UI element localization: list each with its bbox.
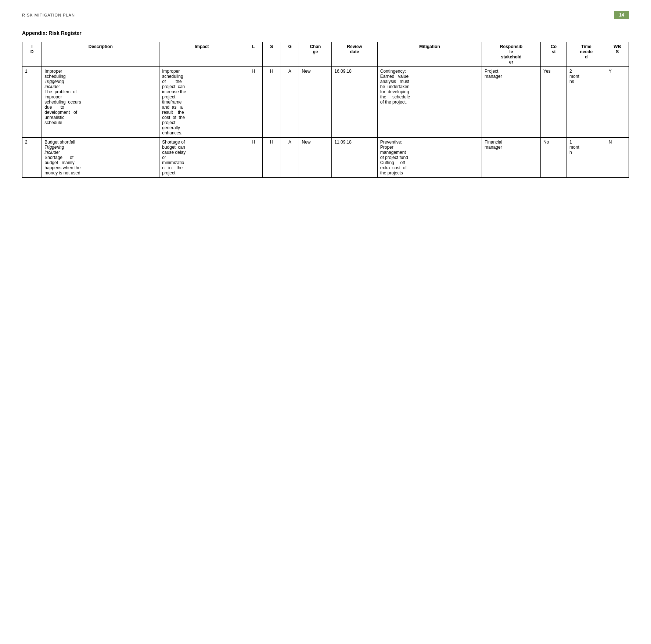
col-header-wb: WB S bbox=[606, 42, 629, 67]
col-id-line1: I bbox=[25, 44, 39, 49]
cell-id-2: 2 bbox=[22, 138, 42, 178]
col-header-chan: Chan ge bbox=[299, 42, 332, 67]
cell-wb-1: Y bbox=[606, 67, 629, 138]
cell-co-1: Yes bbox=[541, 67, 567, 138]
cell-s-1: H bbox=[262, 67, 281, 138]
cell-g-1: A bbox=[281, 67, 299, 138]
col-header-review: Review date bbox=[332, 42, 377, 67]
cell-wb-2: N bbox=[606, 138, 629, 178]
cell-review-2: 11.09.18 bbox=[332, 138, 377, 178]
page-number: 14 bbox=[614, 11, 629, 19]
cell-impact-2: Shortage of budget can cause delay or mi… bbox=[159, 138, 244, 178]
cell-l-1: H bbox=[244, 67, 263, 138]
appendix-title: Appendix: Risk Register bbox=[22, 30, 629, 36]
col-header-l: L bbox=[244, 42, 263, 67]
cell-mitigation-1: Contingency: Earned value analysis must … bbox=[377, 67, 482, 138]
cell-chan-1: New bbox=[299, 67, 332, 138]
cell-id-1: 1 bbox=[22, 67, 42, 138]
col-header-co: Co st bbox=[541, 42, 567, 67]
cell-review-1: 16.09.18 bbox=[332, 67, 377, 138]
cell-mitigation-2: Preventive: Proper management of project… bbox=[377, 138, 482, 178]
col-header-s: S bbox=[262, 42, 281, 67]
cell-time-2: 1 mont h bbox=[567, 138, 606, 178]
risk-register-table: I D Description Impact L S G Chan ge Rev… bbox=[22, 42, 629, 178]
col-header-g: G bbox=[281, 42, 299, 67]
cell-responsib-1: Project manager bbox=[482, 67, 541, 138]
cell-time-1: 2 mont hs bbox=[567, 67, 606, 138]
cell-g-2: A bbox=[281, 138, 299, 178]
col-header-id: I D bbox=[22, 42, 42, 67]
cell-description-2: Budget shortfall Triggering include: Sho… bbox=[42, 138, 159, 178]
cell-co-2: No bbox=[541, 138, 567, 178]
col-header-impact: Impact bbox=[159, 42, 244, 67]
cell-l-2: H bbox=[244, 138, 263, 178]
col-header-responsib: Responsib le stakehold er bbox=[482, 42, 541, 67]
page-title: RISK MITIGATION PLAN bbox=[22, 13, 75, 17]
cell-s-2: H bbox=[262, 138, 281, 178]
cell-impact-1: Improper scheduling of the project can i… bbox=[159, 67, 244, 138]
table-row: 1 Improper scheduling Triggering include… bbox=[22, 67, 629, 138]
col-id-line2: D bbox=[25, 49, 39, 54]
cell-chan-2: New bbox=[299, 138, 332, 178]
col-header-description: Description bbox=[42, 42, 159, 67]
cell-responsib-2: Financial manager bbox=[482, 138, 541, 178]
table-row: 2 Budget shortfall Triggering include: S… bbox=[22, 138, 629, 178]
col-header-time: Time neede d bbox=[567, 42, 606, 67]
col-header-mitigation: Mitigation bbox=[377, 42, 482, 67]
cell-description-1: Improper scheduling Triggering include: … bbox=[42, 67, 159, 138]
